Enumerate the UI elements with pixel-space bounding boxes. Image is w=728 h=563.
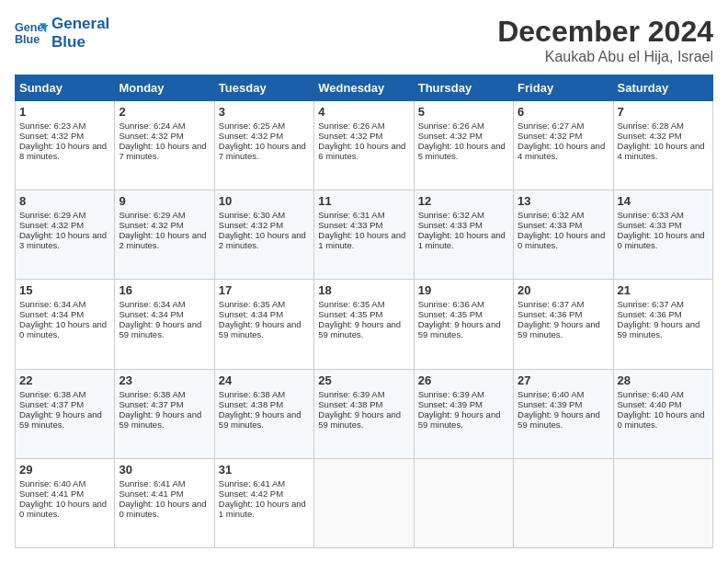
week-row-4: 22 Sunrise: 6:38 AM Sunset: 4:37 PM Dayl… (16, 369, 713, 458)
sunrise-label: Sunrise: 6:28 AM (618, 121, 684, 131)
day-number: 19 (418, 283, 509, 297)
logo: General Blue General Blue (15, 15, 109, 52)
day-cell: 6 Sunrise: 6:27 AM Sunset: 4:32 PM Dayli… (514, 101, 613, 190)
daylight-label: Daylight: 9 hours and 59 minutes. (219, 319, 301, 339)
sunset-label: Sunset: 4:37 PM (19, 399, 84, 409)
daylight-label: Daylight: 10 hours and 1 minute. (418, 230, 506, 250)
sunset-label: Sunset: 4:35 PM (418, 309, 483, 319)
sunset-label: Sunset: 4:35 PM (318, 309, 382, 319)
day-header-monday: Monday (115, 75, 214, 101)
sunset-label: Sunset: 4:32 PM (119, 131, 183, 141)
logo-line1: General (51, 15, 109, 33)
week-row-3: 15 Sunrise: 6:34 AM Sunset: 4:34 PM Dayl… (16, 280, 713, 369)
daylight-label: Daylight: 10 hours and 5 minutes. (418, 141, 506, 161)
daylight-label: Daylight: 10 hours and 0 minutes. (518, 230, 605, 250)
day-cell: 22 Sunrise: 6:38 AM Sunset: 4:37 PM Dayl… (16, 369, 115, 458)
daylight-label: Daylight: 10 hours and 8 minutes. (19, 141, 107, 161)
sunrise-label: Sunrise: 6:41 AM (219, 478, 285, 488)
sunset-label: Sunset: 4:38 PM (219, 399, 283, 409)
sunrise-label: Sunrise: 6:40 AM (19, 478, 85, 488)
daylight-label: Daylight: 10 hours and 4 minutes. (518, 141, 605, 161)
day-header-tuesday: Tuesday (214, 75, 313, 101)
day-number: 16 (119, 283, 210, 297)
day-number: 4 (318, 105, 409, 119)
day-cell: 3 Sunrise: 6:25 AM Sunset: 4:32 PM Dayli… (214, 101, 313, 190)
sunset-label: Sunset: 4:32 PM (418, 131, 483, 141)
day-number: 6 (518, 105, 609, 119)
daylight-label: Daylight: 10 hours and 2 minutes. (219, 230, 306, 250)
day-number: 14 (618, 194, 709, 208)
sunset-label: Sunset: 4:32 PM (119, 220, 183, 230)
sunrise-label: Sunrise: 6:40 AM (618, 389, 684, 399)
day-cell: 24 Sunrise: 6:38 AM Sunset: 4:38 PM Dayl… (214, 369, 313, 458)
day-cell: 9 Sunrise: 6:29 AM Sunset: 4:32 PM Dayli… (115, 190, 214, 280)
sunrise-label: Sunrise: 6:33 AM (618, 210, 684, 220)
sunrise-label: Sunrise: 6:32 AM (518, 210, 584, 220)
week-row-2: 8 Sunrise: 6:29 AM Sunset: 4:32 PM Dayli… (16, 190, 713, 280)
daylight-label: Daylight: 10 hours and 0 minutes. (618, 409, 705, 430)
sunrise-label: Sunrise: 6:34 AM (119, 299, 185, 309)
daylight-label: Daylight: 9 hours and 59 minutes. (518, 319, 600, 339)
daylight-label: Daylight: 10 hours and 6 minutes. (318, 141, 405, 161)
sunset-label: Sunset: 4:32 PM (518, 131, 582, 141)
day-cell: 7 Sunrise: 6:28 AM Sunset: 4:32 PM Dayli… (613, 101, 712, 190)
daylight-label: Daylight: 10 hours and 7 minutes. (119, 141, 206, 161)
day-cell: 27 Sunrise: 6:40 AM Sunset: 4:39 PM Dayl… (514, 369, 613, 458)
day-cell: 11 Sunrise: 6:31 AM Sunset: 4:33 PM Dayl… (314, 190, 414, 280)
day-cell (314, 458, 414, 547)
sunrise-label: Sunrise: 6:30 AM (219, 210, 285, 220)
sunrise-label: Sunrise: 6:35 AM (219, 299, 285, 309)
day-header-saturday: Saturday (613, 75, 712, 101)
sunset-label: Sunset: 4:34 PM (19, 309, 84, 319)
day-number: 26 (418, 373, 509, 387)
day-number: 20 (518, 283, 609, 297)
daylight-label: Daylight: 10 hours and 0 minutes. (119, 499, 206, 519)
daylight-label: Daylight: 10 hours and 0 minutes. (19, 499, 107, 519)
day-cell: 5 Sunrise: 6:26 AM Sunset: 4:32 PM Dayli… (414, 101, 513, 190)
sunset-label: Sunset: 4:39 PM (418, 399, 483, 409)
day-cell: 23 Sunrise: 6:38 AM Sunset: 4:37 PM Dayl… (115, 369, 214, 458)
sunset-label: Sunset: 4:34 PM (219, 309, 283, 319)
sunrise-label: Sunrise: 6:37 AM (618, 299, 684, 309)
sunrise-label: Sunrise: 6:32 AM (418, 210, 484, 220)
day-number: 28 (618, 373, 709, 387)
day-cell: 28 Sunrise: 6:40 AM Sunset: 4:40 PM Dayl… (613, 369, 712, 458)
sunrise-label: Sunrise: 6:24 AM (119, 121, 185, 131)
sunrise-label: Sunrise: 6:39 AM (318, 389, 384, 399)
day-cell: 31 Sunrise: 6:41 AM Sunset: 4:42 PM Dayl… (214, 458, 313, 547)
day-number: 7 (618, 105, 709, 119)
day-number: 22 (19, 373, 110, 387)
day-cell: 14 Sunrise: 6:33 AM Sunset: 4:33 PM Dayl… (613, 190, 712, 280)
header: General Blue General Blue December 2024 … (15, 15, 713, 65)
daylight-label: Daylight: 10 hours and 1 minute. (219, 499, 306, 519)
day-cell: 16 Sunrise: 6:34 AM Sunset: 4:34 PM Dayl… (115, 280, 214, 369)
sunset-label: Sunset: 4:36 PM (618, 309, 682, 319)
day-number: 21 (618, 283, 709, 297)
day-number: 1 (19, 105, 110, 119)
day-header-friday: Friday (514, 75, 613, 101)
daylight-label: Daylight: 9 hours and 59 minutes. (418, 409, 501, 430)
day-cell: 30 Sunrise: 6:41 AM Sunset: 4:41 PM Dayl… (115, 458, 214, 547)
week-row-1: 1 Sunrise: 6:23 AM Sunset: 4:32 PM Dayli… (16, 101, 713, 190)
sunrise-label: Sunrise: 6:38 AM (219, 389, 285, 399)
day-number: 30 (119, 463, 210, 477)
sunset-label: Sunset: 4:32 PM (19, 131, 84, 141)
week-row-5: 29 Sunrise: 6:40 AM Sunset: 4:41 PM Dayl… (16, 458, 713, 547)
day-number: 23 (119, 373, 210, 387)
sunset-label: Sunset: 4:38 PM (318, 399, 382, 409)
day-cell: 4 Sunrise: 6:26 AM Sunset: 4:32 PM Dayli… (314, 101, 414, 190)
sunrise-label: Sunrise: 6:26 AM (418, 121, 484, 131)
daylight-label: Daylight: 10 hours and 0 minutes. (618, 230, 705, 250)
sunset-label: Sunset: 4:34 PM (119, 309, 183, 319)
daylight-label: Daylight: 10 hours and 4 minutes. (618, 141, 705, 161)
sunrise-label: Sunrise: 6:34 AM (19, 299, 85, 309)
day-cell: 1 Sunrise: 6:23 AM Sunset: 4:32 PM Dayli… (16, 101, 115, 190)
sunset-label: Sunset: 4:37 PM (119, 399, 183, 409)
day-cell: 21 Sunrise: 6:37 AM Sunset: 4:36 PM Dayl… (613, 280, 712, 369)
day-cell (414, 458, 513, 547)
daylight-label: Daylight: 9 hours and 59 minutes. (19, 409, 102, 430)
daylight-label: Daylight: 9 hours and 59 minutes. (418, 319, 501, 339)
logo-line2: Blue (51, 33, 109, 52)
day-number: 12 (418, 194, 509, 208)
day-cell (613, 458, 712, 547)
